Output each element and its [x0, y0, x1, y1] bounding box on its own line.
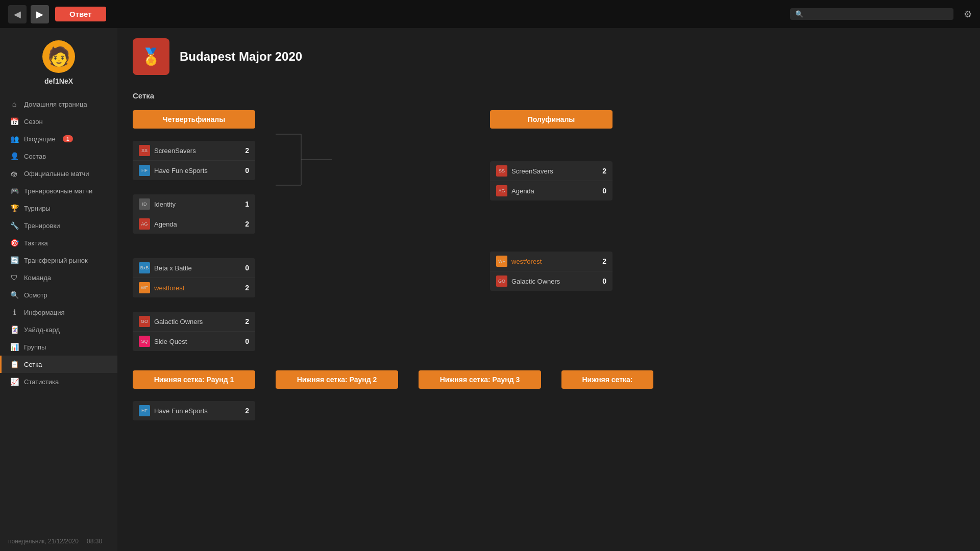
- sidebar-item-groups[interactable]: 📊 Группы: [0, 338, 117, 356]
- team-logo: GO: [496, 276, 507, 287]
- qf-match-4: GO Galactic Owners 2 SQ Side Quest 0: [133, 312, 276, 351]
- team-score: 0: [239, 166, 249, 174]
- answer-button[interactable]: Ответ: [55, 7, 106, 21]
- username: def1NeX: [44, 77, 73, 85]
- date-display: понедельник, 21/12/2020: [8, 538, 79, 545]
- team-name: westforest: [511, 258, 592, 265]
- lb-r2-btn[interactable]: Нижняя сетка: Раунд 2: [276, 370, 398, 389]
- bracket-svg-top: [276, 110, 510, 289]
- forward-button[interactable]: ▶: [31, 5, 49, 23]
- team-score: 2: [239, 284, 249, 292]
- team-logo: WF: [496, 256, 507, 267]
- nav-icon: 🔍: [10, 291, 19, 299]
- event-title: Budapest Major 2020: [180, 49, 302, 64]
- sidebar-item-wildcard[interactable]: 🃏 Уайлд-кард: [0, 321, 117, 338]
- lb-r3-btn[interactable]: Нижняя сетка: Раунд 3: [419, 370, 541, 389]
- sidebar-item-scouting[interactable]: 🔍 Осмотр: [0, 286, 117, 304]
- nav-label: Тактика: [24, 239, 48, 247]
- search-icon: 🔍: [795, 10, 803, 18]
- team-score: 0: [239, 337, 249, 345]
- sidebar-item-training[interactable]: 🎮 Тренировочные матчи: [0, 182, 117, 199]
- team-logo: HF: [139, 405, 150, 416]
- match-card: ID Identity 1 AG Agenda 2: [133, 194, 255, 234]
- nav-icon: 🎯: [10, 239, 19, 247]
- sidebar-item-info[interactable]: ℹ Информация: [0, 304, 117, 321]
- team-name: ScreenSavers: [511, 167, 592, 175]
- sidebar-item-tactics[interactable]: 🎯 Тактика: [0, 234, 117, 252]
- back-button[interactable]: ◀: [8, 5, 27, 23]
- nav-label: Тренировочные матчи: [24, 187, 92, 195]
- nav-icon: 📊: [10, 343, 19, 351]
- sidebar-item-official[interactable]: 🏟 Официальные матчи: [0, 165, 117, 182]
- team-score: 2: [596, 257, 606, 265]
- sf-label-btn[interactable]: Полуфиналы: [490, 110, 612, 129]
- team-score: 2: [239, 220, 249, 228]
- nav-icon: 📈: [10, 378, 19, 386]
- sidebar-item-trainings2[interactable]: 🔧 Тренировки: [0, 217, 117, 234]
- lb-round-2: Нижняя сетка: Раунд 2: [276, 370, 419, 420]
- lb-r1-btn[interactable]: Нижняя сетка: Раунд 1: [133, 370, 255, 389]
- team-name: Beta x Battle: [154, 264, 235, 272]
- team-logo: AG: [496, 185, 507, 196]
- team-score: 0: [239, 264, 249, 272]
- sidebar-item-season[interactable]: 📅 Сезон: [0, 113, 117, 130]
- time-display: 08:30: [87, 538, 102, 545]
- nav-label: Состав: [24, 153, 46, 160]
- nav-items: ⌂ Домашняя страница 📅 Сезон 👥 Входящие 1…: [0, 95, 117, 532]
- sf-match-1: SS ScreenSavers 2 AG Agenda 0: [490, 161, 633, 201]
- sidebar: 🧑 def1NeX ⌂ Домашняя страница 📅 Сезон 👥 …: [0, 28, 117, 551]
- team-name: westforest: [154, 284, 235, 292]
- nav-icon: ⌂: [10, 100, 19, 108]
- qf-column: Четвертьфиналы SS ScreenSavers 2 HF Hav: [133, 110, 276, 355]
- sidebar-item-roster[interactable]: 👤 Состав: [0, 147, 117, 165]
- team-score: 0: [596, 277, 606, 285]
- event-header: 🏅 Budapest Major 2020: [117, 28, 980, 83]
- nav-icon: 🔄: [10, 256, 19, 264]
- match-team: SS ScreenSavers 2: [133, 141, 255, 161]
- sidebar-item-tournaments[interactable]: 🏆 Турниры: [0, 199, 117, 217]
- nav-icon: 🃏: [10, 325, 19, 334]
- team-score: 2: [239, 317, 249, 325]
- section-title: Сетка: [133, 91, 965, 100]
- match-card: SS ScreenSavers 2 HF Have Fun eSports 0: [133, 141, 255, 180]
- user-profile: 🧑 def1NeX: [0, 34, 117, 95]
- match-team: GO Galactic Owners 0: [490, 271, 612, 291]
- team-logo: SS: [139, 145, 150, 156]
- sidebar-item-stats[interactable]: 📈 Статистика: [0, 373, 117, 390]
- match-team: GO Galactic Owners 2: [133, 312, 255, 332]
- lb-round-4: Нижняя сетка:: [561, 370, 664, 420]
- search-input[interactable]: [807, 10, 948, 18]
- match-card: GO Galactic Owners 2 SQ Side Quest 0: [133, 312, 255, 351]
- team-score: 2: [239, 146, 249, 155]
- match-team: HF Have Fun eSports 0: [133, 161, 255, 180]
- nav-label: Официальные матчи: [24, 170, 89, 178]
- event-logo: 🏅: [133, 38, 169, 75]
- sidebar-item-home[interactable]: ⌂ Домашняя страница: [0, 95, 117, 113]
- team-name: Agenda: [154, 220, 235, 228]
- nav-label: Домашняя страница: [24, 101, 87, 108]
- sidebar-item-transfer[interactable]: 🔄 Трансферный рынок: [0, 252, 117, 269]
- lb-r4-btn[interactable]: Нижняя сетка:: [561, 370, 653, 389]
- match-team: SQ Side Quest 0: [133, 332, 255, 351]
- match-team: ID Identity 1: [133, 194, 255, 214]
- match-card: SS ScreenSavers 2 AG Agenda 0: [490, 161, 612, 201]
- datetime: понедельник, 21/12/2020 08:30: [0, 532, 117, 551]
- match-team: SS ScreenSavers 2: [490, 161, 612, 181]
- nav-label: Уайлд-кард: [24, 326, 60, 334]
- nav-icon: 🔧: [10, 221, 19, 230]
- sidebar-item-team[interactable]: 🛡 Команда: [0, 269, 117, 286]
- lb-round-3: Нижняя сетка: Раунд 3: [419, 370, 561, 420]
- sf-match-2: WF westforest 2 GO Galactic Owners 0: [490, 252, 633, 291]
- nav-label: Турниры: [24, 205, 51, 212]
- match-team: AG Agenda 0: [490, 181, 612, 201]
- settings-button[interactable]: ⚙: [964, 9, 972, 20]
- team-logo: SS: [496, 165, 507, 177]
- main-layout: 🧑 def1NeX ⌂ Домашняя страница 📅 Сезон 👥 …: [0, 28, 980, 551]
- sidebar-item-bracket[interactable]: 📋 Сетка: [0, 356, 117, 373]
- team-name: Have Fun eSports: [154, 407, 235, 415]
- qf-match-1: SS ScreenSavers 2 HF Have Fun eSports 0: [133, 141, 276, 180]
- nav-label: Трансферный рынок: [24, 257, 88, 264]
- top-bar: ◀ ▶ Ответ 🔍 ⚙: [0, 0, 980, 28]
- sidebar-item-inbox[interactable]: 👥 Входящие 1: [0, 130, 117, 147]
- qf-label-btn[interactable]: Четвертьфиналы: [133, 110, 255, 129]
